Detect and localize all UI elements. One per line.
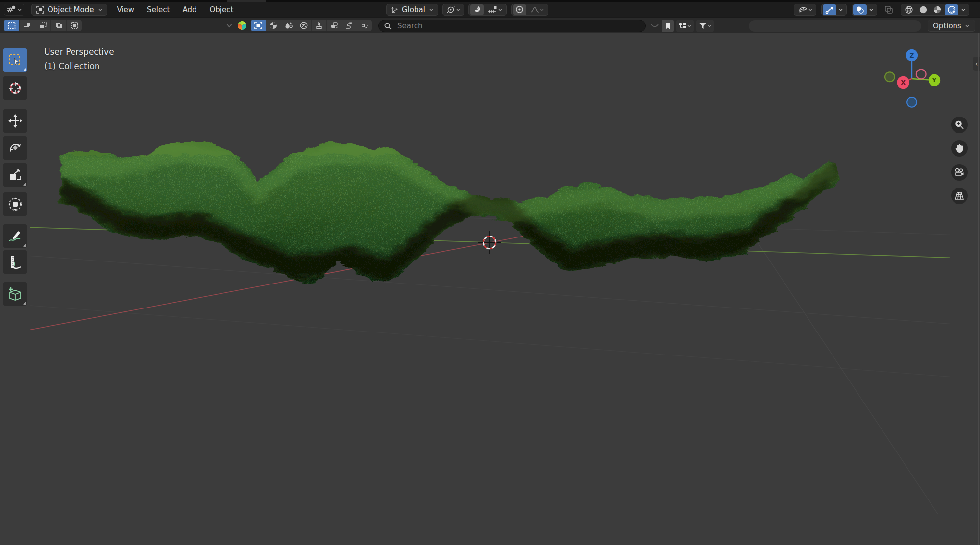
toggle-perspective-button[interactable] [951, 188, 968, 204]
filter-toggle-group [251, 20, 372, 31]
floor-grid-lines [30, 213, 950, 514]
options-dropdown-button[interactable]: Options [928, 20, 975, 32]
select-mode-difference-button[interactable] [51, 20, 67, 31]
select-mode-intersect-button[interactable] [67, 20, 82, 31]
editor-type-3d-viewport-icon [6, 5, 17, 15]
transform-orientation-dropdown[interactable]: Global [386, 4, 438, 16]
snap-increment-icon [487, 5, 498, 14]
gizmo-axis-x[interactable]: X [897, 76, 909, 89]
gizmo-axis-z[interactable]: Z [906, 49, 918, 61]
show-overlays-icon [855, 5, 865, 15]
3d-viewport[interactable]: Z Y X User Perspective (1) Collection [0, 33, 980, 545]
gizmo-axis-y[interactable]: Y [929, 74, 940, 86]
shading-wireframe-button[interactable] [902, 4, 916, 15]
pivot-point-dropdown[interactable] [442, 4, 464, 16]
select-mode-extend-button[interactable] [20, 20, 35, 31]
3d-cursor [478, 231, 501, 254]
shading-rendered-icon [947, 5, 956, 15]
orientation-axes-icon [391, 5, 399, 14]
show-gizmo-toggle[interactable] [823, 4, 836, 15]
editor-type-button[interactable] [4, 4, 24, 16]
snapping-group [468, 4, 507, 16]
gizmo-y-label: Y [932, 77, 937, 84]
viewport-shading-group [901, 4, 969, 16]
select-mode-set-button[interactable] [4, 20, 20, 31]
tool-options-corner [23, 302, 26, 305]
asset-cube-icon[interactable] [236, 20, 248, 31]
filter-plugin-plug-button[interactable] [357, 20, 372, 31]
gizmo-x-label: X [901, 79, 906, 86]
toggle-xray-button[interactable] [882, 4, 896, 15]
grid-line [738, 213, 938, 514]
proportional-falloff-dropdown[interactable] [528, 4, 546, 15]
shading-solid-button[interactable] [916, 4, 930, 15]
bookmark-button[interactable] [662, 20, 674, 32]
object-visibility-dropdown[interactable] [794, 4, 816, 16]
chevron-down-icon [498, 8, 503, 12]
snap-toggle-button[interactable] [470, 4, 484, 15]
toggle-xray-icon [884, 5, 894, 15]
blender-window: Object Mode View Select Add Object [0, 0, 980, 545]
gizmo-dropdown[interactable] [836, 4, 845, 15]
active-collection-label: (1) Collection [44, 61, 100, 71]
tool-annotate-button[interactable] [3, 224, 27, 248]
shading-solid-icon [918, 5, 928, 15]
menu-select[interactable]: Select [144, 4, 172, 15]
snap-magnet-icon [472, 5, 482, 14]
gizmo-axis-minus-z[interactable] [907, 97, 917, 107]
menu-add[interactable]: Add [179, 4, 199, 15]
pan-view-button[interactable] [951, 140, 968, 157]
filter-brush-button[interactable] [312, 20, 327, 31]
proportional-editing-group [511, 4, 548, 16]
select-mode-subtract-button[interactable] [35, 20, 51, 31]
filter-hook-curve-button[interactable] [342, 20, 357, 31]
tool-move-button[interactable] [3, 109, 27, 133]
shading-dropdown[interactable] [959, 4, 968, 15]
object-mode-icon [36, 5, 45, 14]
shading-material-button[interactable] [931, 4, 944, 15]
tool-scale-button[interactable] [3, 163, 27, 187]
gizmo-axis-minus-x[interactable] [885, 72, 895, 82]
filter-funnel-dropdown[interactable] [696, 20, 714, 32]
navigation-gizmo[interactable]: Z Y X [885, 49, 940, 107]
grass-terrain-mesh[interactable] [58, 139, 837, 284]
mode-selector[interactable]: Object Mode [31, 4, 107, 16]
menu-view[interactable]: View [114, 4, 138, 15]
tool-options-corner [23, 68, 26, 71]
chevron-down-icon [965, 24, 970, 28]
tool-add-cube-button[interactable] [3, 282, 27, 306]
show-gizmo-icon [825, 5, 834, 15]
chevron-down-icon [961, 8, 966, 12]
filter-shading-pie-button[interactable] [266, 20, 281, 31]
display-mode-dropdown[interactable] [676, 20, 694, 32]
gizmo-axis-minus-y[interactable] [916, 70, 926, 79]
tool-settings-bar: Options [0, 17, 980, 33]
toolbar-empty-slot [749, 20, 921, 32]
tool-cursor-button[interactable] [3, 76, 27, 100]
menu-object[interactable]: Object [206, 4, 236, 15]
tool-measure-button[interactable] [3, 250, 27, 274]
filter-fluid-drop-button[interactable] [281, 20, 296, 31]
overlays-dropdown[interactable] [867, 4, 876, 15]
show-gizmo-group [821, 4, 847, 16]
show-hide-eye-icon [797, 5, 808, 14]
tool-select-box-button[interactable] [3, 48, 27, 72]
view-perspective-label: User Perspective [44, 47, 114, 57]
zoom-view-button[interactable] [951, 117, 968, 133]
chevron-down-icon [869, 8, 874, 12]
collapse-chevron-icon[interactable] [225, 23, 233, 28]
show-overlays-toggle[interactable] [853, 4, 867, 15]
proportional-editing-toggle[interactable] [513, 4, 526, 15]
snap-with-dropdown[interactable] [485, 4, 505, 15]
tool-rotate-button[interactable] [3, 136, 27, 160]
camera-view-button[interactable] [951, 164, 968, 181]
filter-object-select-button[interactable] [251, 20, 266, 31]
filter-instances-button[interactable] [327, 20, 342, 31]
tool-options-corner [23, 244, 26, 247]
search-input[interactable] [396, 21, 640, 31]
tool-transform-button[interactable] [3, 192, 27, 216]
collapse-arc-icon[interactable] [650, 22, 660, 30]
shading-rendered-button[interactable] [945, 4, 958, 15]
chevron-down-icon [98, 8, 103, 12]
filter-world-globe-button[interactable] [296, 20, 312, 31]
